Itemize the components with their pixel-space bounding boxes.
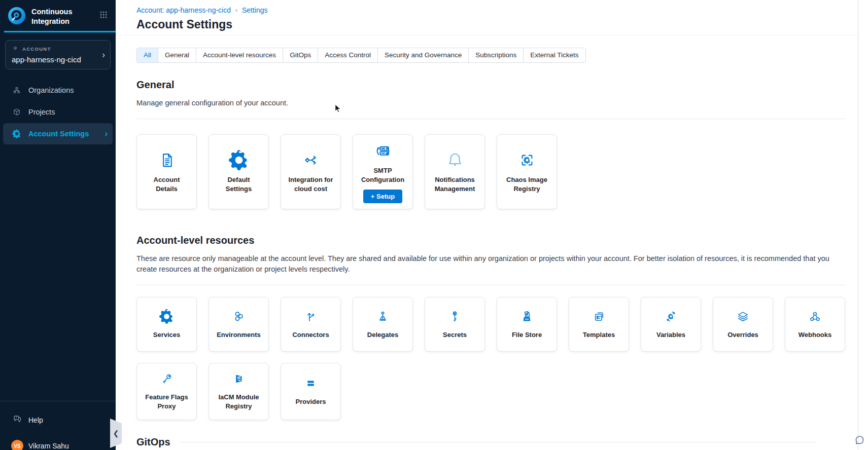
organizations-icon — [12, 86, 21, 95]
help-chat-icon: ? — [12, 414, 22, 426]
sidebar-brand-row: Continuous Integration — [0, 0, 116, 26]
resource-cards-grid: Services Environments Connectors Delegat… — [136, 297, 846, 420]
card-notifications-management[interactable]: Notifications Management — [425, 134, 485, 209]
environments-icon — [231, 309, 246, 324]
card-smtp-configuration[interactable]: SMTP Configuration + Setup — [353, 134, 413, 209]
card-connectors[interactable]: Connectors — [281, 297, 341, 352]
services-icon — [159, 309, 174, 324]
account-name: app-harness-ng-cicd — [12, 55, 97, 64]
card-providers[interactable]: Providers — [281, 363, 341, 420]
page-header: Account: app-harness-ng-cicd› Settings A… — [116, 0, 858, 35]
card-label: Secrets — [443, 330, 467, 340]
user-name: Vikram Sahu — [28, 442, 69, 450]
card-label: Account Details — [142, 175, 192, 194]
smtp-setup-button[interactable]: + Setup — [363, 190, 402, 203]
sidebar-collapse-handle[interactable]: ❮ — [110, 419, 122, 448]
account-settings-icon — [12, 129, 21, 138]
section-general: General Manage general configuration of … — [136, 79, 846, 209]
breadcrumb-link[interactable]: Account: app-harness-ng-cicd — [136, 6, 231, 14]
settings-tab-bar: AllGeneralAccount-level resourcesGitOpsA… — [136, 48, 586, 63]
breadcrumb-separator: › — [235, 7, 237, 14]
card-label: Integration for cloud cost — [286, 175, 336, 194]
account-label: ACCOUNT — [22, 46, 51, 52]
providers-icon — [303, 376, 318, 391]
module-accent-bar — [4, 31, 116, 32]
card-iacm-module-registry[interactable]: IaCM Module Registry — [209, 363, 269, 420]
card-label: Notifications Management — [430, 175, 480, 194]
card-chaos-image-registry[interactable]: Chaos Image Registry — [497, 134, 557, 209]
sidebar-menu: Organizations Projects Account Settings … — [0, 80, 116, 144]
file-store-icon — [519, 309, 534, 324]
help-button[interactable]: ? Help — [12, 414, 116, 426]
module-title: Continuous Integration — [31, 7, 82, 26]
account-level-heading: Account-level resources — [136, 235, 846, 246]
harness-ci-logo — [8, 7, 25, 24]
general-cards-grid: Account Details Default Settings Integra… — [136, 134, 846, 209]
sidebar-item-label: Projects — [28, 108, 55, 116]
card-label: IaCM Module Registry — [214, 393, 264, 411]
account-details-icon — [157, 150, 177, 170]
overrides-icon — [736, 309, 750, 324]
sidebar-item-projects[interactable]: Projects — [0, 101, 116, 123]
card-templates[interactable]: Templates — [569, 297, 629, 352]
webhooks-icon — [808, 309, 822, 324]
card-label: Webhooks — [798, 330, 832, 340]
templates-icon — [592, 309, 606, 324]
user-menu[interactable]: VS Vikram Sahu — [11, 440, 116, 450]
avatar: VS — [11, 440, 23, 450]
card-variables[interactable]: Variables — [641, 297, 701, 352]
page-title: Account Settings — [136, 18, 858, 31]
apps-grid-icon[interactable] — [98, 10, 109, 22]
card-label: Feature Flags Proxy — [142, 393, 192, 411]
tab-general[interactable]: General — [158, 48, 196, 63]
section-gitops: GitOps — [136, 436, 846, 448]
tab-access-control[interactable]: Access Control — [318, 48, 378, 63]
sidebar-item-organizations[interactable]: Organizations — [0, 80, 116, 101]
sidebar-item-label: Organizations — [28, 86, 74, 94]
card-delegates[interactable]: Delegates — [353, 297, 413, 352]
card-label: Default Settings — [214, 175, 264, 194]
card-file-store[interactable]: File Store — [497, 297, 557, 352]
card-label: Delegates — [367, 330, 398, 340]
tab-all[interactable]: All — [136, 48, 158, 63]
tab-external-tickets[interactable]: External Tickets — [523, 48, 585, 63]
card-default-settings[interactable]: Default Settings — [209, 134, 269, 209]
card-secrets[interactable]: Secrets — [425, 297, 485, 352]
divider — [136, 285, 846, 285]
card-label: Chaos Image Registry — [502, 175, 552, 194]
breadcrumb-link[interactable]: Settings — [242, 6, 268, 14]
help-label: Help — [28, 416, 43, 424]
account-selector[interactable]: ACCOUNT app-harness-ng-cicd › — [5, 40, 111, 69]
scrollbar-track[interactable] — [858, 0, 868, 450]
tab-security-and-governance[interactable]: Security and Governance — [377, 48, 469, 63]
tab-gitops[interactable]: GitOps — [283, 48, 318, 63]
card-label: Connectors — [292, 330, 329, 340]
card-label: Variables — [656, 330, 685, 340]
sidebar-item-account-settings[interactable]: Account Settings › — [3, 123, 113, 144]
connectors-icon — [303, 309, 318, 324]
sidebar-item-label: Account Settings — [28, 130, 89, 138]
general-heading: General — [136, 79, 846, 91]
tab-subscriptions[interactable]: Subscriptions — [468, 48, 524, 63]
feature-flags-proxy-icon — [159, 371, 174, 386]
main-panel: Account: app-harness-ng-cicd› Settings A… — [116, 0, 858, 450]
variables-icon — [664, 309, 678, 324]
card-label: Templates — [583, 330, 615, 340]
card-integration-for-cloud-cost[interactable]: Integration for cloud cost — [281, 134, 341, 209]
support-chat-icon[interactable] — [853, 434, 866, 447]
tab-account-level-resources[interactable]: Account-level resources — [196, 48, 283, 63]
card-services[interactable]: Services — [136, 297, 197, 352]
card-overrides[interactable]: Overrides — [713, 297, 773, 352]
iacm-module-registry-icon — [231, 371, 246, 386]
card-account-details[interactable]: Account Details — [136, 134, 197, 209]
account-level-description: These are resource only manageable at th… — [136, 253, 846, 275]
card-environments[interactable]: Environments — [209, 297, 269, 352]
account-stack-icon — [12, 45, 19, 53]
card-feature-flags-proxy[interactable]: Feature Flags Proxy — [136, 363, 197, 420]
notifications-management-icon — [445, 150, 465, 170]
card-webhooks[interactable]: Webhooks — [785, 297, 845, 352]
card-label: Environments — [217, 330, 261, 340]
gitops-heading: GitOps — [136, 436, 170, 448]
projects-icon — [12, 107, 21, 117]
default-settings-icon — [229, 150, 249, 170]
